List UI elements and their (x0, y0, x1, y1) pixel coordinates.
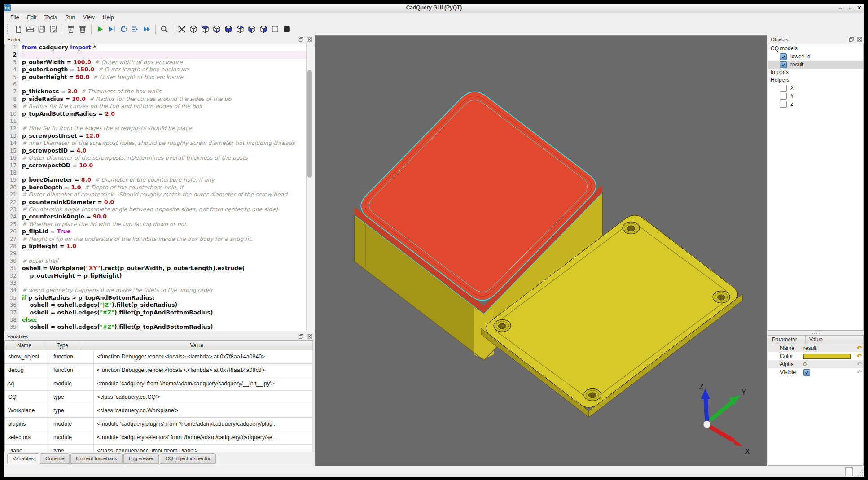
save-as-button[interactable] (48, 23, 59, 35)
menu-item-tools[interactable]: Tools (40, 13, 61, 22)
code-line-9[interactable]: 9# Radius for the curves on the top and … (5, 103, 307, 110)
code-line-23[interactable]: 23# Countersink angle (complete angle be… (5, 206, 307, 213)
table-row[interactable]: Planetype<class 'cadquery.occ_impl.geom.… (5, 445, 313, 452)
code-line-37[interactable]: 37 oshell = oshell.edges("#Z").fillet(p_… (5, 309, 307, 316)
table-row[interactable]: show_objectfunction<function Debugger.re… (5, 350, 313, 364)
code-line-1[interactable]: 1from cadquery import * (5, 44, 307, 51)
code-line-28[interactable]: 28p_lipHeight = 1.0 (5, 243, 307, 250)
code-line-18[interactable]: 18 (5, 169, 307, 176)
code-editor[interactable]: 1from cadquery import *23p_outerWidth = … (5, 44, 313, 331)
checkbox-y[interactable] (780, 93, 787, 100)
status-bar-button[interactable] (845, 467, 853, 476)
editor-float-button[interactable] (298, 36, 304, 43)
table-row[interactable]: debugfunction<function Debugger.render.<… (5, 364, 313, 377)
wireframe-button[interactable] (269, 23, 281, 35)
undo-icon[interactable]: ↶ (857, 353, 862, 360)
view-iso-button[interactable] (188, 23, 199, 35)
code-line-2[interactable]: 2 (5, 51, 307, 58)
column-header-value[interactable]: Value (81, 341, 313, 350)
objects-float-button[interactable] (848, 36, 855, 43)
code-line-5[interactable]: 5p_outerHeight = 50.0 # Outer height of … (5, 74, 307, 81)
checkbox-x[interactable] (780, 85, 787, 92)
checkbox-result[interactable] (780, 61, 787, 68)
tab-console[interactable]: Console (40, 453, 70, 464)
code-line-12[interactable]: 12# How far in from the edges the screwp… (5, 125, 307, 132)
tab-current-traceback[interactable]: Current traceback (70, 453, 122, 464)
code-line-4[interactable]: 4p_outerLength = 150.0 # Outer length of… (5, 66, 307, 73)
parameter-row-visible[interactable]: Visible↶ (768, 368, 863, 376)
right-splitter-handle[interactable] (768, 332, 864, 335)
view-front-button[interactable] (223, 23, 234, 35)
table-row[interactable]: pluginsmodule<module 'cadquery.plugins' … (5, 418, 313, 431)
view-right-button[interactable] (258, 23, 269, 35)
toolbar-drag-handle[interactable] (7, 24, 10, 34)
checkbox-lowerlid[interactable] (780, 53, 787, 60)
code-line-30[interactable]: 30# outer shell (5, 257, 307, 265)
tab-cq-object-inspector[interactable]: CQ object inspector (160, 453, 216, 464)
parameter-value[interactable] (801, 354, 863, 359)
parameter-row-name[interactable]: Nameresult↶ (768, 344, 863, 352)
objects-group-helpers[interactable]: Helpers (768, 76, 863, 84)
code-line-6[interactable]: 6 (5, 81, 307, 88)
code-line-3[interactable]: 3p_outerWidth = 100.0 # Outer width of b… (5, 59, 307, 66)
undo-icon[interactable]: ↶ (857, 345, 862, 352)
column-header-name[interactable]: Name (5, 341, 44, 350)
parameter-row-alpha[interactable]: Alpha0↶ (768, 360, 863, 368)
code-line-7[interactable]: 7p_thickness = 3.0 # Thickness of the bo… (5, 88, 307, 95)
debug-step-button[interactable] (106, 23, 118, 35)
zoom-button[interactable] (158, 23, 170, 35)
objects-item-lowerlid[interactable]: lowerLid (768, 52, 863, 61)
step-into-button[interactable] (129, 23, 141, 35)
open-file-button[interactable] (24, 23, 36, 35)
code-line-39[interactable]: 39 oshell = oshell.edges("#Z").fillet(p_… (5, 323, 307, 331)
color-swatch[interactable] (803, 354, 851, 359)
code-line-26[interactable]: 26p_flipLid = True (5, 228, 307, 235)
editor-close-button[interactable] (306, 36, 312, 43)
code-line-36[interactable]: 36 oshell = oshell.edges("|Z").fillet(p_… (5, 301, 307, 309)
delete-trash-button[interactable] (77, 23, 88, 35)
code-line-14[interactable]: 14# nner Diameter of the screwpost holes… (5, 140, 307, 147)
code-line-11[interactable]: 11 (5, 118, 307, 125)
editor-scrollbar-thumb[interactable] (307, 70, 312, 178)
code-line-13[interactable]: 13p_screwpostInset = 12.0 (5, 132, 307, 140)
view-left-button[interactable] (246, 23, 258, 35)
visible-checkbox[interactable] (803, 369, 810, 376)
table-row[interactable]: CQtype<class 'cadquery.cq.CQ'> (5, 391, 313, 404)
objects-item-z[interactable]: Z (768, 100, 863, 108)
variables-float-button[interactable] (298, 333, 304, 340)
menu-item-help[interactable]: Help (99, 13, 118, 22)
step-over-button[interactable] (118, 23, 129, 35)
objects-item-x[interactable]: X (768, 84, 863, 92)
resize-grip[interactable] (858, 470, 863, 476)
menu-item-edit[interactable]: Edit (23, 13, 40, 22)
code-line-31[interactable]: 31oshell = Workplane("XY").rect(p_outerW… (5, 265, 307, 272)
objects-close-button[interactable] (856, 36, 863, 43)
objects-item-y[interactable]: Y (768, 92, 863, 100)
view-back-button[interactable] (234, 23, 246, 35)
code-line-16[interactable]: 16# Outer Diameter of the screwposts.\nD… (5, 154, 307, 161)
view-top-button[interactable] (199, 23, 211, 35)
save-button[interactable] (36, 23, 48, 35)
code-line-34[interactable]: 34# weird geometry happens if we make th… (5, 287, 307, 294)
minimize-button[interactable]: − (838, 4, 843, 12)
menu-item-view[interactable]: View (79, 13, 99, 22)
render-button[interactable] (94, 23, 106, 35)
continue-button[interactable] (141, 23, 153, 35)
code-line-20[interactable]: 20p_boreDepth = 1.0 # Depth of the count… (5, 184, 307, 191)
code-line-8[interactable]: 8p_sideRadius = 10.0 # Radius for the cu… (5, 96, 307, 103)
code-line-38[interactable]: 38else: (5, 316, 307, 323)
code-line-15[interactable]: 15p_screwpostID = 4.0 (5, 147, 307, 154)
code-line-24[interactable]: 24p_countersinkAngle = 90.0 (5, 213, 307, 220)
menu-item-run[interactable]: Run (61, 13, 79, 22)
table-row[interactable]: Workplanetype<class 'cadquery.cq.Workpla… (5, 404, 313, 418)
parameter-row-color[interactable]: Color↶ (768, 352, 863, 360)
menu-item-file[interactable]: File (6, 13, 23, 22)
objects-group-imports[interactable]: Imports (768, 69, 863, 76)
close-button[interactable]: ✕ (857, 4, 862, 12)
maximize-button[interactable]: + (847, 4, 852, 12)
code-line-19[interactable]: 19p_boreDiameter = 8.0 # Diameter of the… (5, 176, 307, 183)
code-line-10[interactable]: 10p_topAndBottomRadius = 2.0 (5, 110, 307, 118)
viewport-3d[interactable]: Z Y X (315, 36, 767, 466)
code-line-25[interactable]: 25# Whether to place the lid with the to… (5, 221, 307, 228)
parameter-value[interactable]: 0 (801, 361, 863, 367)
